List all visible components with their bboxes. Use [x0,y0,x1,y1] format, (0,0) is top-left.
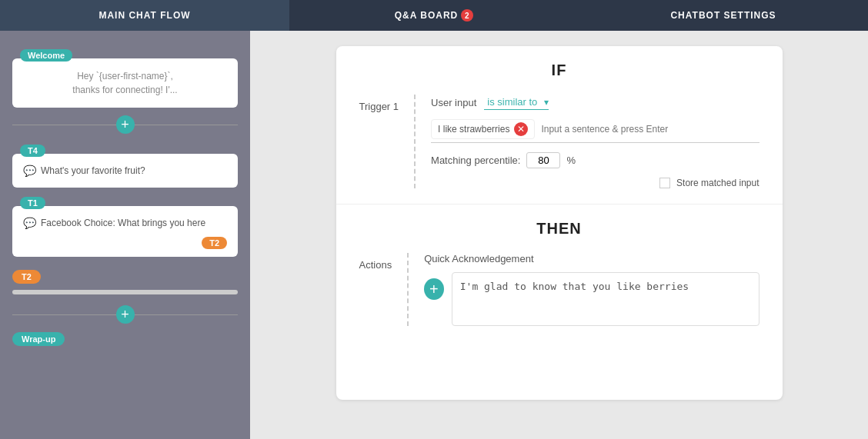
welcome-card: Welcome Hey `{user-first-name}`,thanks f… [12,58,238,108]
nav-chatbot-settings[interactable]: CHATBOT SETTINGS [579,0,868,31]
wrapup-label: Wrap-up [12,332,65,346]
matching-value-input[interactable] [526,152,560,168]
add-message-button[interactable]: + [424,278,444,300]
nav-qa-board-label: Q&A BOARD [395,10,459,21]
nav-main-chat-flow[interactable]: MAIN CHAT FLOW [0,0,289,31]
chat-flow-panel: Welcome Hey `{user-first-name}`,thanks f… [0,31,250,439]
welcome-text: Hey `{user-first-name}`,thanks for conne… [23,69,227,97]
chat-bubble-icon-t1: 💬 [23,217,36,229]
t2-badge-in-t1: T2 [202,237,227,249]
message-textarea[interactable] [452,272,760,326]
trigger-row: Trigger 1 User input is similar to [359,95,760,188]
nav-main-chat-flow-label: MAIN CHAT FLOW [98,10,190,21]
tag-input[interactable] [541,124,759,135]
welcome-label: Welcome [20,49,72,62]
then-section: THEN Actions Quick Acknowledgement + [336,205,783,341]
t2-label: T2 [12,270,41,284]
t1-card: T1 💬 Facebook Choice: What brings you he… [12,206,238,257]
matching-label: Matching percentile: [431,155,520,166]
add-step-button-2[interactable]: + [116,305,135,324]
tag-item: I like strawberries ✕ [431,119,535,139]
t4-label: T4 [20,145,45,157]
store-checkbox[interactable] [659,178,670,188]
t2-progress-bar [12,290,238,294]
actions-content: Quick Acknowledgement + [407,253,759,326]
t4-card: T4 💬 What's your favorite fruit? [12,154,238,188]
ifthen-card: IF Trigger 1 User input is similar to [336,46,783,400]
store-label: Store matched input [676,178,759,188]
store-row: Store matched input [431,178,759,188]
right-panel: IF Trigger 1 User input is similar to [250,31,868,439]
tag-input-row: I like strawberries ✕ [431,119,759,143]
trigger-label: Trigger 1 [359,95,399,112]
if-title: IF [359,62,760,79]
then-title: THEN [359,220,760,238]
wrapup-section: Wrap-up [12,331,238,346]
nav-chatbot-settings-label: CHATBOT SETTINGS [670,10,776,21]
add-btn-row-2: + [12,305,238,324]
tag-remove-button[interactable]: ✕ [514,122,528,136]
condition-field-label: User input [431,97,476,108]
acknowledgement-label: Quick Acknowledgement [424,253,759,264]
t1-label: T1 [20,197,45,209]
add-btn-row-1: + [12,115,238,134]
condition-row: User input is similar to [431,95,759,110]
condition-operator-select[interactable]: is similar to [484,95,549,110]
nav-qa-board[interactable]: Q&A BOARD 2 [289,0,579,31]
qa-board-badge: 2 [461,9,473,22]
trigger-content: User input is similar to I like strawber… [414,95,759,188]
t4-text: 💬 What's your favorite fruit? [23,165,227,177]
top-navigation: MAIN CHAT FLOW Q&A BOARD 2 CHATBOT SETTI… [0,0,868,31]
if-section: IF Trigger 1 User input is similar to [336,46,783,205]
tag-value: I like strawberries [438,124,509,135]
condition-operator-wrapper[interactable]: is similar to [484,95,549,110]
add-step-button-1[interactable]: + [116,115,135,134]
main-layout: Welcome Hey `{user-first-name}`,thanks f… [0,31,868,439]
actions-label: Actions [359,253,392,271]
matching-unit: % [566,155,576,166]
matching-row: Matching percentile: % [431,152,759,168]
t2-section: T2 [12,269,238,298]
t1-text: 💬 Facebook Choice: What brings you here [23,217,227,229]
chat-bubble-icon: 💬 [23,165,36,177]
actions-row: Actions Quick Acknowledgement + [359,253,760,326]
